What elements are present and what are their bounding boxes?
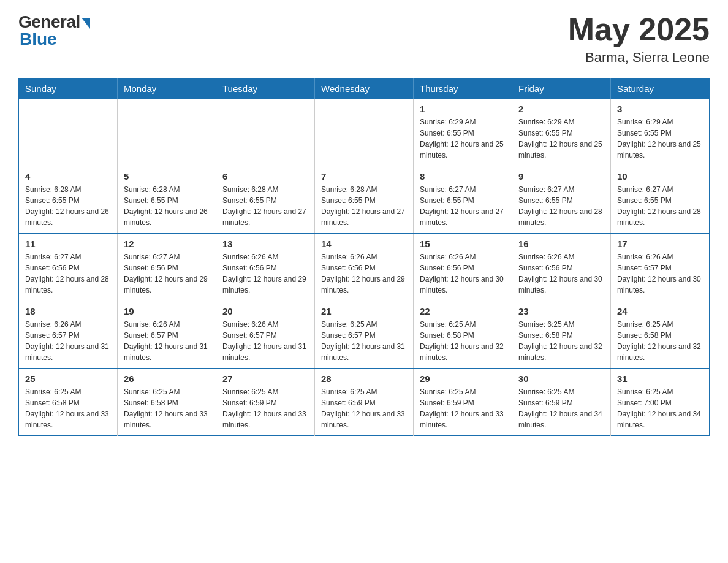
calendar-cell: 31Sunrise: 6:25 AMSunset: 7:00 PMDayligh…	[611, 369, 710, 436]
day-number: 17	[617, 239, 703, 249]
day-info: Sunrise: 6:25 AMSunset: 6:59 PMDaylight:…	[321, 386, 407, 431]
calendar-cell: 10Sunrise: 6:27 AMSunset: 6:55 PMDayligh…	[611, 166, 710, 234]
calendar-week-row: 11Sunrise: 6:27 AMSunset: 6:56 PMDayligh…	[19, 234, 710, 301]
day-info: Sunrise: 6:25 AMSunset: 6:59 PMDaylight:…	[222, 386, 308, 431]
calendar-cell	[19, 99, 118, 166]
day-info: Sunrise: 6:29 AMSunset: 6:55 PMDaylight:…	[617, 117, 703, 161]
day-number: 7	[321, 171, 407, 182]
day-number: 10	[617, 171, 703, 182]
calendar-week-row: 18Sunrise: 6:26 AMSunset: 6:57 PMDayligh…	[19, 301, 710, 369]
day-number: 18	[25, 306, 111, 316]
calendar-cell: 23Sunrise: 6:25 AMSunset: 6:58 PMDayligh…	[512, 301, 611, 369]
day-info: Sunrise: 6:27 AMSunset: 6:56 PMDaylight:…	[25, 251, 111, 296]
day-info: Sunrise: 6:25 AMSunset: 6:58 PMDaylight:…	[518, 319, 604, 363]
location-text: Barma, Sierra Leone	[568, 50, 710, 66]
day-info: Sunrise: 6:28 AMSunset: 6:55 PMDaylight:…	[321, 184, 407, 228]
calendar-cell: 30Sunrise: 6:25 AMSunset: 6:59 PMDayligh…	[512, 369, 611, 436]
day-number: 24	[617, 306, 703, 316]
day-info: Sunrise: 6:26 AMSunset: 6:57 PMDaylight:…	[25, 319, 111, 363]
day-number: 31	[617, 373, 703, 384]
day-number: 1	[420, 104, 506, 114]
day-number: 23	[518, 306, 604, 316]
day-number: 28	[321, 373, 407, 384]
calendar-cell: 24Sunrise: 6:25 AMSunset: 6:58 PMDayligh…	[611, 301, 710, 369]
calendar-cell: 6Sunrise: 6:28 AMSunset: 6:55 PMDaylight…	[216, 166, 315, 234]
day-info: Sunrise: 6:26 AMSunset: 6:57 PMDaylight:…	[222, 319, 308, 363]
day-number: 19	[124, 306, 210, 316]
calendar-cell: 12Sunrise: 6:27 AMSunset: 6:56 PMDayligh…	[118, 234, 216, 301]
calendar-week-row: 1Sunrise: 6:29 AMSunset: 6:55 PMDaylight…	[19, 99, 710, 166]
calendar-day-header: Tuesday	[216, 79, 315, 99]
calendar-cell: 9Sunrise: 6:27 AMSunset: 6:55 PMDaylight…	[512, 166, 611, 234]
day-info: Sunrise: 6:25 AMSunset: 7:00 PMDaylight:…	[617, 386, 703, 431]
day-info: Sunrise: 6:27 AMSunset: 6:55 PMDaylight:…	[617, 184, 703, 228]
title-block: May 2025 Barma, Sierra Leone	[568, 12, 710, 66]
calendar-body: 1Sunrise: 6:29 AMSunset: 6:55 PMDaylight…	[19, 99, 710, 436]
day-info: Sunrise: 6:29 AMSunset: 6:55 PMDaylight:…	[420, 117, 506, 161]
day-info: Sunrise: 6:29 AMSunset: 6:55 PMDaylight:…	[518, 117, 604, 161]
day-info: Sunrise: 6:28 AMSunset: 6:55 PMDaylight:…	[124, 184, 210, 228]
day-number: 14	[321, 239, 407, 249]
day-info: Sunrise: 6:28 AMSunset: 6:55 PMDaylight:…	[25, 184, 111, 228]
day-number: 26	[124, 373, 210, 384]
calendar-cell: 2Sunrise: 6:29 AMSunset: 6:55 PMDaylight…	[512, 99, 611, 166]
day-number: 11	[25, 239, 111, 249]
day-number: 13	[222, 239, 308, 249]
calendar-cell: 19Sunrise: 6:26 AMSunset: 6:57 PMDayligh…	[118, 301, 216, 369]
day-number: 21	[321, 306, 407, 316]
month-year-title: May 2025	[568, 12, 710, 47]
day-info: Sunrise: 6:28 AMSunset: 6:55 PMDaylight:…	[222, 184, 308, 228]
calendar-cell: 7Sunrise: 6:28 AMSunset: 6:55 PMDaylight…	[315, 166, 414, 234]
day-number: 20	[222, 306, 308, 316]
page-header: General Blue May 2025 Barma, Sierra Leon…	[18, 12, 710, 66]
day-number: 4	[25, 171, 111, 182]
day-number: 2	[518, 104, 604, 114]
day-info: Sunrise: 6:25 AMSunset: 6:58 PMDaylight:…	[420, 319, 506, 363]
calendar-cell: 4Sunrise: 6:28 AMSunset: 6:55 PMDaylight…	[19, 166, 118, 234]
day-number: 12	[124, 239, 210, 249]
calendar-cell: 3Sunrise: 6:29 AMSunset: 6:55 PMDaylight…	[611, 99, 710, 166]
day-number: 5	[124, 171, 210, 182]
calendar-cell: 15Sunrise: 6:26 AMSunset: 6:56 PMDayligh…	[414, 234, 512, 301]
calendar-cell	[315, 99, 414, 166]
day-info: Sunrise: 6:27 AMSunset: 6:55 PMDaylight:…	[518, 184, 604, 228]
day-info: Sunrise: 6:25 AMSunset: 6:59 PMDaylight:…	[518, 386, 604, 431]
day-info: Sunrise: 6:25 AMSunset: 6:58 PMDaylight:…	[25, 386, 111, 431]
calendar-cell	[118, 99, 216, 166]
day-info: Sunrise: 6:26 AMSunset: 6:56 PMDaylight:…	[518, 251, 604, 296]
day-number: 27	[222, 373, 308, 384]
day-number: 15	[420, 239, 506, 249]
calendar-cell: 18Sunrise: 6:26 AMSunset: 6:57 PMDayligh…	[19, 301, 118, 369]
day-number: 25	[25, 373, 111, 384]
calendar-cell: 27Sunrise: 6:25 AMSunset: 6:59 PMDayligh…	[216, 369, 315, 436]
day-info: Sunrise: 6:27 AMSunset: 6:56 PMDaylight:…	[124, 251, 210, 296]
day-info: Sunrise: 6:26 AMSunset: 6:56 PMDaylight:…	[420, 251, 506, 296]
calendar-cell	[216, 99, 315, 166]
calendar-day-header: Wednesday	[315, 79, 414, 99]
calendar-cell: 29Sunrise: 6:25 AMSunset: 6:59 PMDayligh…	[414, 369, 512, 436]
day-info: Sunrise: 6:26 AMSunset: 6:56 PMDaylight:…	[222, 251, 308, 296]
logo: General Blue	[18, 12, 90, 49]
day-info: Sunrise: 6:25 AMSunset: 6:57 PMDaylight:…	[321, 319, 407, 363]
calendar-day-header: Friday	[512, 79, 611, 99]
logo-arrow-icon	[82, 18, 90, 29]
calendar-day-header: Saturday	[611, 79, 710, 99]
day-info: Sunrise: 6:27 AMSunset: 6:55 PMDaylight:…	[420, 184, 506, 228]
calendar-cell: 16Sunrise: 6:26 AMSunset: 6:56 PMDayligh…	[512, 234, 611, 301]
day-number: 6	[222, 171, 308, 182]
calendar-cell: 28Sunrise: 6:25 AMSunset: 6:59 PMDayligh…	[315, 369, 414, 436]
day-info: Sunrise: 6:25 AMSunset: 6:59 PMDaylight:…	[420, 386, 506, 431]
calendar-cell: 5Sunrise: 6:28 AMSunset: 6:55 PMDaylight…	[118, 166, 216, 234]
day-info: Sunrise: 6:26 AMSunset: 6:57 PMDaylight:…	[617, 251, 703, 296]
calendar-cell: 8Sunrise: 6:27 AMSunset: 6:55 PMDaylight…	[414, 166, 512, 234]
calendar-cell: 26Sunrise: 6:25 AMSunset: 6:58 PMDayligh…	[118, 369, 216, 436]
day-number: 8	[420, 171, 506, 182]
calendar-cell: 11Sunrise: 6:27 AMSunset: 6:56 PMDayligh…	[19, 234, 118, 301]
calendar-cell: 14Sunrise: 6:26 AMSunset: 6:56 PMDayligh…	[315, 234, 414, 301]
calendar-cell: 21Sunrise: 6:25 AMSunset: 6:57 PMDayligh…	[315, 301, 414, 369]
day-info: Sunrise: 6:25 AMSunset: 6:58 PMDaylight:…	[617, 319, 703, 363]
calendar-week-row: 25Sunrise: 6:25 AMSunset: 6:58 PMDayligh…	[19, 369, 710, 436]
calendar-week-row: 4Sunrise: 6:28 AMSunset: 6:55 PMDaylight…	[19, 166, 710, 234]
calendar-header-row: SundayMondayTuesdayWednesdayThursdayFrid…	[19, 79, 710, 99]
calendar-cell: 17Sunrise: 6:26 AMSunset: 6:57 PMDayligh…	[611, 234, 710, 301]
